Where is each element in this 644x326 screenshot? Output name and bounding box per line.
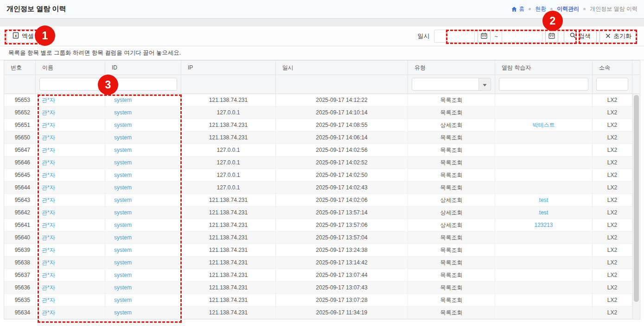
name-link[interactable]: 관*자 — [42, 259, 55, 267]
cell-type: 목록조회 — [408, 107, 495, 119]
table-row[interactable]: 95646관*자system127.0.0.12025-09-17 14:02:… — [4, 157, 640, 169]
name-link[interactable]: 관*자 — [42, 121, 55, 129]
column-header-3[interactable]: IP — [181, 61, 276, 75]
learner-link[interactable]: 123213 — [534, 222, 553, 228]
id-link[interactable]: system — [114, 184, 132, 191]
name-link[interactable]: 관*자 — [42, 296, 55, 304]
table-row[interactable]: 95638관*자system121.138.74.2312025-09-17 1… — [4, 257, 640, 269]
column-header-6[interactable]: 열람 학습자 — [495, 61, 593, 75]
column-header-7[interactable]: 소속 — [593, 61, 632, 75]
id-link[interactable]: system — [114, 147, 132, 153]
table-row[interactable]: 95636관*자system121.138.74.2312025-09-17 1… — [4, 282, 640, 294]
reset-button[interactable]: 초기화 — [599, 29, 638, 43]
column-header-2[interactable]: ID — [105, 61, 181, 75]
learner-filter-input[interactable] — [499, 78, 588, 91]
name-filter-input[interactable] — [39, 78, 101, 91]
id-link[interactable]: system — [114, 259, 132, 266]
type-filter-dropdown-button[interactable] — [478, 78, 491, 90]
id-link[interactable]: system — [114, 159, 132, 166]
table-row[interactable]: 95644관*자system127.0.0.12025-09-17 14:02:… — [4, 182, 640, 194]
id-link[interactable]: system — [114, 197, 132, 203]
cell-id: system — [105, 194, 181, 206]
learner-link[interactable]: test — [539, 209, 548, 216]
breadcrumb-item-history-mgmt[interactable]: 이력관리 — [557, 5, 579, 13]
cell-ip: 127.0.0.1 — [181, 144, 276, 156]
name-link[interactable]: 관*자 — [42, 309, 55, 317]
column-header-4[interactable]: 일시 — [276, 61, 408, 75]
table-row[interactable]: 95635관*자system121.138.74.2312025-09-17 1… — [4, 294, 640, 307]
name-link[interactable]: 관*자 — [42, 234, 55, 242]
content-panel: x 엑셀 일시 ~ 검색 — [0, 26, 644, 320]
id-link[interactable]: system — [114, 309, 132, 316]
id-filter-input[interactable] — [109, 78, 177, 91]
name-link[interactable]: 관*자 — [42, 246, 55, 254]
id-link[interactable]: system — [114, 172, 132, 178]
name-link[interactable]: 관*자 — [42, 221, 55, 229]
table-row[interactable]: 95650관*자system121.138.74.2312025-09-17 1… — [4, 132, 640, 144]
excel-export-button[interactable]: x 엑셀 — [6, 29, 40, 43]
learner-link[interactable]: test — [539, 197, 548, 203]
learner-link[interactable]: 박테스트 — [533, 121, 555, 129]
date-to-input[interactable] — [502, 30, 542, 43]
table-row[interactable]: 95653관*자system121.138.74.2312025-09-17 1… — [4, 94, 640, 107]
id-link[interactable]: system — [114, 122, 132, 128]
id-link[interactable]: system — [114, 234, 132, 241]
id-link[interactable]: system — [114, 97, 132, 103]
table-row[interactable]: 95642관*자system121.138.74.2312025-09-17 1… — [4, 207, 640, 219]
name-link[interactable]: 관*자 — [42, 146, 55, 154]
toolbar: x 엑셀 일시 ~ 검색 — [0, 26, 644, 46]
table-row[interactable]: 95652관*자system127.0.0.12025-09-17 14:10:… — [4, 107, 640, 119]
column-header-5[interactable]: 유형 — [408, 61, 495, 75]
search-button[interactable]: 검색 — [564, 29, 597, 43]
cell-ip: 127.0.0.1 — [181, 157, 276, 169]
cell-datetime: 2025-09-17 11:34:19 — [276, 307, 408, 319]
page-background-gap — [0, 19, 644, 26]
column-header-1[interactable]: 이름 — [36, 61, 105, 75]
org-filter-input[interactable] — [596, 78, 628, 91]
breadcrumb-item-2[interactable]: 현황 — [535, 5, 546, 13]
table-row[interactable]: 95645관*자system127.0.0.12025-09-17 14:02:… — [4, 169, 640, 182]
table-row[interactable]: 95634관*자system121.138.74.2312025-09-17 1… — [4, 307, 640, 319]
table-row[interactable]: 95643관*자system121.138.74.2312025-09-17 1… — [4, 194, 640, 207]
name-link[interactable]: 관*자 — [42, 96, 55, 104]
column-header-0[interactable]: 번호 — [4, 61, 36, 75]
id-link[interactable]: system — [114, 297, 132, 303]
id-link[interactable]: system — [114, 247, 132, 253]
cell-no: 95652 — [4, 107, 36, 119]
table-row[interactable]: 95637관*자system121.138.74.2312025-09-17 1… — [4, 269, 640, 282]
search-icon — [570, 32, 576, 40]
cell-learner — [495, 169, 593, 181]
id-link[interactable]: system — [114, 209, 132, 216]
table-row[interactable]: 95647관*자system127.0.0.12025-09-17 14:02:… — [4, 144, 640, 157]
date-from-input[interactable] — [434, 30, 475, 43]
cell-type: 상세조회 — [408, 194, 495, 206]
name-link[interactable]: 관*자 — [42, 184, 55, 192]
name-link[interactable]: 관*자 — [42, 159, 55, 167]
table-row[interactable]: 95640관*자system121.138.74.2312025-09-17 1… — [4, 232, 640, 244]
table-row[interactable]: 95641관*자system121.138.74.2312025-09-17 1… — [4, 219, 640, 232]
name-link[interactable]: 관*자 — [42, 134, 55, 142]
id-link[interactable]: system — [114, 222, 132, 228]
breadcrumb-home-link[interactable]: 홈 — [511, 5, 524, 13]
cell-no: 95639 — [4, 244, 36, 256]
id-link[interactable]: system — [114, 272, 132, 278]
type-filter-dropdown[interactable] — [412, 78, 491, 91]
type-filter-input[interactable] — [412, 78, 478, 90]
id-link[interactable]: system — [114, 134, 132, 141]
date-to-calendar-button[interactable] — [545, 30, 558, 43]
id-link[interactable]: system — [114, 284, 132, 291]
cell-no: 95635 — [4, 294, 36, 306]
name-link[interactable]: 관*자 — [42, 196, 55, 204]
name-link[interactable]: 관*자 — [42, 209, 55, 217]
name-link[interactable]: 관*자 — [42, 284, 55, 292]
id-link[interactable]: system — [114, 109, 132, 116]
name-link[interactable]: 관*자 — [42, 271, 55, 279]
vertical-scrollbar[interactable] — [632, 94, 640, 319]
table-row[interactable]: 95651관*자system121.138.74.2312025-09-17 1… — [4, 119, 640, 132]
scrollbar-thumb[interactable] — [634, 95, 639, 302]
name-link[interactable]: 관*자 — [42, 171, 55, 179]
group-by-drop-zone[interactable]: 목록을 항목 별로 그룹화 하려면 항목 컬럼을 여기다 끌어 놓으세요. — [0, 46, 644, 60]
name-link[interactable]: 관*자 — [42, 109, 55, 117]
table-row[interactable]: 95639관*자system121.138.74.2312025-09-17 1… — [4, 244, 640, 257]
date-from-calendar-button[interactable] — [478, 30, 491, 43]
